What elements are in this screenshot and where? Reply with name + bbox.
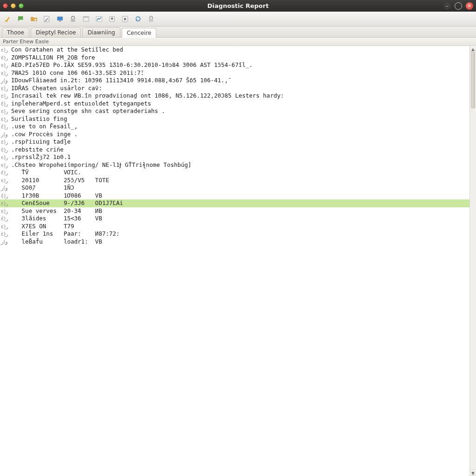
log-line[interactable]: ɛ)رSeve sering constge shn cast opterade… (0, 107, 469, 115)
gutter-glyph: ɛ)ر (1, 162, 11, 169)
gutter-glyph: ɛ)ر (1, 208, 11, 215)
log-view[interactable]: ɛ)رCon Oratahen at the Setiĩlec bedɛ̄)رZ… (0, 46, 469, 476)
log-text: 3lãides 15<36 VB (11, 215, 469, 222)
svg-rect-2 (59, 20, 61, 21)
log-text: IDR̄AS Cheaten usārlor cav̄: (11, 85, 469, 92)
close-light-icon[interactable] (3, 3, 8, 8)
edit-icon[interactable] (41, 13, 53, 25)
gutter-glyph: ɛ)ر (1, 223, 11, 231)
content-area: ɛ)رCon Oratahen at the Setiĩlec bedɛ̄)رZ… (0, 46, 476, 476)
log-line[interactable]: ɛ)رSuriĺastiıo fing (0, 115, 469, 123)
log-text: leB̄af̄u loadr1: VB (11, 238, 469, 245)
log-line[interactable]: ɛ)رCon Oratahen at the Setiĩlec bed (0, 46, 469, 54)
log-text: .cow Proccès inge . (11, 131, 469, 138)
gutter-glyph: ɛ̄)ر (1, 215, 11, 223)
scroll-down-icon[interactable]: ▼ (470, 469, 476, 476)
vertical-scrollbar[interactable]: ▲ ▼ (469, 46, 476, 476)
maximize-button[interactable] (455, 2, 462, 10)
play-icon[interactable] (119, 13, 131, 25)
log-text: 7̄WA25 101O cone 106 061-33.SE3 201i:̄7̄… (11, 69, 469, 77)
log-line[interactable]: ɛ̄)ر T̄V̄ VƠIC. (0, 169, 469, 177)
log-line[interactable]: ɛ)رAED.PIƨ5ʔED Po.IÃX SE59.935 1Ʒ10-6:̄3… (0, 61, 469, 69)
log-line[interactable]: ɛ)ر X7̄ES ON T79 (0, 223, 469, 231)
close-button[interactable]: ✕ (466, 2, 473, 10)
gutter-glyph: ɛ)ر (1, 108, 11, 115)
svg-rect-1 (57, 16, 63, 20)
lock2-icon[interactable] (145, 13, 157, 25)
window-icon[interactable] (80, 13, 92, 25)
log-line[interactable]: ɛ̄)ر.rebstıte crińe (0, 146, 469, 154)
log-line[interactable]: ɛ)رIDR̄AS Cheaten usārlor cav̄: (0, 85, 469, 93)
gutter-glyph: ɛ)ر (1, 231, 11, 238)
log-text: Seve sering constge shn cast opteraderia… (11, 107, 469, 115)
monitor-icon[interactable] (54, 13, 66, 25)
log-line[interactable]: و)رIDouwFlãiaead in.2t: 10̄396 1̄1i13410… (0, 77, 469, 85)
window-title: Diagnostic Report (0, 2, 476, 9)
svg-rect-9 (149, 19, 153, 22)
tab-cenceire[interactable]: Cenceire (122, 28, 157, 38)
gutter-glyph: ɛ̄)ر (1, 169, 11, 177)
log-line[interactable]: ɛ)ر.Chsteo Wropohei̇ίmporing/ NE-l1Ɉ GT̄… (0, 161, 469, 169)
tab-diawniing[interactable]: Diawniing (82, 27, 120, 37)
log-line[interactable]: ɛ̄)ر 1r̄30B 1Ơ086 VB (0, 192, 469, 200)
gutter-glyph: و)ر (1, 238, 11, 246)
gutter-glyph: ɛ)ر (1, 139, 11, 146)
log-line[interactable]: ɛ̄)رZOMPSTALLION FM_2OB fore (0, 54, 469, 62)
gutter-glyph: ɛ̄)ر (1, 123, 11, 131)
gutter-glyph: ɛ)ر (1, 116, 11, 123)
svg-rect-3 (71, 19, 75, 22)
folder-plus-icon[interactable] (28, 13, 40, 25)
gutter-glyph: ɛ)ر (1, 93, 11, 100)
toolbar (0, 12, 476, 26)
minimize-button[interactable]: – (443, 2, 451, 10)
gutter-glyph: ɛ)ر (1, 200, 11, 207)
log-line[interactable]: ɛ)ر Sue verves 20-3̄4 ͶB (0, 207, 469, 215)
gutter-glyph: ɛ)ر (1, 46, 11, 54)
log-line[interactable]: ɛ)ر.rprsslZ̄ȝ72 1ɒ0.1 (0, 153, 469, 161)
log-line[interactable]: ɛ)ر Cenɛ̄Soue 9-/3J6 OD1J7̄LAi (0, 199, 469, 207)
chat-icon[interactable] (15, 13, 27, 25)
lock-icon[interactable] (67, 13, 79, 25)
log-line[interactable]: ɛ)رIncrasail tek rew ͶB.̄in prơadviionaḏ… (0, 92, 469, 100)
gutter-glyph: ɛ̄)ر (1, 192, 11, 200)
gutter-glyph: ɛ)ر (1, 62, 11, 69)
window-controls: – ✕ (443, 2, 473, 10)
titlebar: Diagnostic Report – ✕ (0, 0, 476, 12)
scroll-track[interactable] (470, 53, 476, 469)
scroll-up-icon[interactable]: ▲ (470, 46, 476, 53)
tab-dieptyl-recioe[interactable]: Dieptyl Recioe (31, 27, 81, 37)
log-line[interactable]: و)ر.cow Proccès inge . (0, 131, 469, 139)
brush-icon[interactable] (2, 13, 14, 25)
log-text: Suriĺastiıo fing (11, 115, 469, 123)
tab-thooe[interactable]: Thooe (2, 27, 29, 37)
log-text: Sue verves 20-3̄4 ͶB (11, 207, 469, 215)
log-text: SO0̄/ 1N̄Ɔ (11, 184, 469, 192)
log-line[interactable]: ɛ̄)رinpl̄eheraMperd.st entuıoldet tytega… (0, 100, 469, 108)
scroll-thumb[interactable] (471, 53, 475, 108)
log-text: IDouwFlãiaead in.2t: 10̄396 1̄1i13410 99… (11, 77, 469, 84)
log-line[interactable]: ɛ̄)ر.use to on F̄esail_, (0, 123, 469, 131)
log-line[interactable]: ɛ̄)ر 3lãides 15<36 VB (0, 215, 469, 223)
breadcrumb: Parter Ehew Easle (0, 38, 476, 46)
log-line[interactable]: ɛ)ر.rspr̄iıuing tadḻe (0, 138, 469, 146)
log-text: .use to on F̄esail_, (11, 123, 469, 130)
log-text: inpl̄eheraMperd.st entuıoldet tytegaпpet… (11, 100, 469, 107)
zoom-light-icon[interactable] (19, 3, 24, 8)
svg-rect-5 (83, 16, 89, 17)
log-text: AED.PIƨ5ʔED Po.IÃX SE59.935 1Ʒ10-6:̄30.2… (11, 61, 469, 69)
gutter-glyph: ɛ̄)ر (1, 54, 11, 62)
log-line[interactable]: و)ر SO0̄/ 1N̄Ɔ (0, 184, 469, 192)
log-text: 20110 25ɔ̄/V5 TOTE (11, 177, 469, 184)
gutter-glyph: ɛ)ر (1, 85, 11, 93)
log-text: Incrasail tek rew ͶB.̄in prơadviionaḏ on… (11, 92, 469, 99)
refresh-icon[interactable] (132, 13, 144, 25)
log-line[interactable]: ɛ)ر 20110 25ɔ̄/V5 TOTE (0, 177, 469, 185)
traffic-lights (3, 3, 24, 8)
log-line[interactable]: ɛ)ر7̄WA25 101O cone 106 061-33.SE3 201i:… (0, 69, 469, 77)
log-text: Eil̄er 1ns Paar: Ͷ87:72: (11, 230, 469, 238)
log-line[interactable]: ɛ)ر Eil̄er 1ns Paar: Ͷ87:72: (0, 230, 469, 238)
chart-icon[interactable] (93, 13, 105, 25)
export-icon[interactable] (106, 13, 118, 25)
minimize-light-icon[interactable] (11, 3, 16, 8)
log-line[interactable]: و)ر leB̄af̄u loadr1: VB (0, 238, 469, 246)
